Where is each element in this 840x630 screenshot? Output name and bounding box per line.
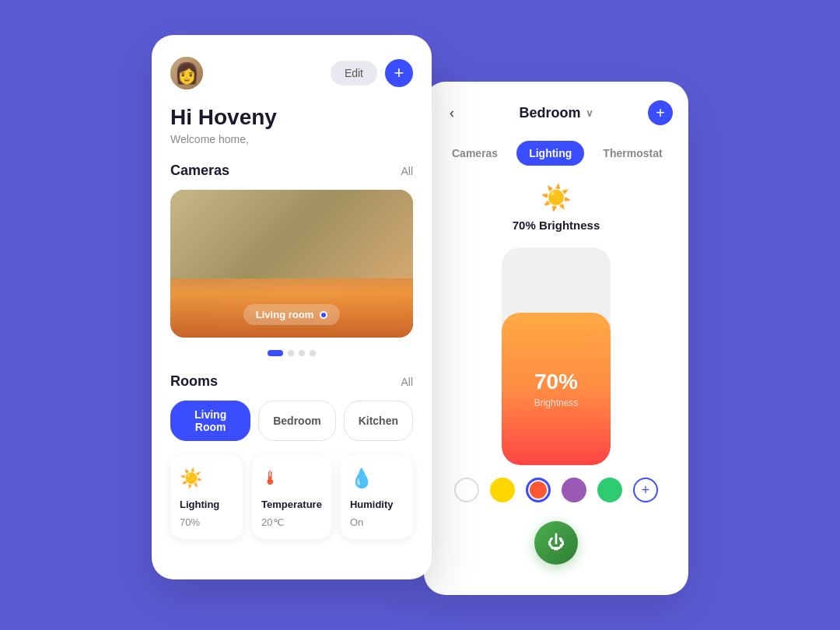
- rooms-section: Rooms All Living Room Bedroom Kitchen: [170, 373, 413, 441]
- power-btn-container: ⏻: [439, 521, 673, 565]
- color-purple[interactable]: [562, 478, 586, 502]
- colors-row: +: [439, 478, 673, 502]
- rooms-section-header: Rooms All: [170, 373, 413, 390]
- header-actions: Edit +: [331, 59, 413, 87]
- rooms-title: Rooms: [170, 373, 218, 390]
- right-header: ‹ Bedroom ∨ +: [439, 100, 673, 125]
- sun-icon: ☀️: [541, 183, 572, 212]
- power-button[interactable]: ⏻: [534, 521, 578, 565]
- cameras-title: Cameras: [170, 163, 229, 179]
- left-header: Edit +: [170, 57, 413, 89]
- brightness-label: 70% Brightness: [513, 219, 600, 232]
- room-name: Bedroom: [519, 105, 580, 121]
- rooms-all-link[interactable]: All: [401, 376, 413, 388]
- dot-4[interactable]: [310, 350, 316, 356]
- tab-lighting[interactable]: Lighting: [516, 141, 584, 166]
- brightness-sublabel: Brightness: [534, 397, 579, 408]
- right-card: ‹ Bedroom ∨ + Cameras Lighting Thermosta…: [424, 82, 688, 595]
- color-yellow[interactable]: [490, 478, 515, 502]
- camera-label: Living room: [243, 304, 340, 325]
- brightness-percent: 70%: [534, 369, 578, 394]
- tab-bedroom[interactable]: Bedroom: [258, 401, 335, 441]
- humidity-name: Humidity: [350, 499, 404, 510]
- temperature-value: 20℃: [261, 516, 322, 528]
- camera-live-dot: [320, 311, 327, 319]
- dot-1[interactable]: [268, 350, 283, 356]
- brightness-section: ☀️ 70% Brightness: [439, 183, 673, 232]
- carousel-dots: [170, 350, 413, 356]
- tab-kitchen[interactable]: Kitchen: [344, 401, 413, 441]
- color-white[interactable]: [454, 478, 479, 502]
- lighting-icon: ☀️: [180, 467, 233, 489]
- cameras-section-header: Cameras All: [170, 163, 413, 179]
- add-home-button[interactable]: +: [385, 59, 413, 87]
- humidity-value: On: [350, 516, 404, 528]
- camera-preview[interactable]: Living room: [170, 190, 413, 338]
- avatar: [170, 57, 203, 89]
- chevron-down-icon: ∨: [586, 107, 593, 119]
- add-color-button[interactable]: +: [633, 478, 658, 502]
- brightness-slider[interactable]: 70% Brightness: [502, 247, 611, 465]
- color-green[interactable]: [597, 478, 622, 502]
- cameras-all-link[interactable]: All: [401, 165, 413, 177]
- device-lighting[interactable]: ☀️ Lighting 70%: [170, 455, 243, 539]
- device-humidity[interactable]: 💧 Humidity On: [341, 455, 413, 539]
- brightness-fill: 70% Brightness: [502, 313, 611, 465]
- left-card: Edit + Hi Hoveny Welcome home, Cameras A…: [152, 35, 432, 579]
- temperature-name: Temperature: [261, 499, 322, 510]
- dot-2[interactable]: [288, 350, 294, 356]
- right-tabs: Cameras Lighting Thermostat: [439, 141, 673, 166]
- humidity-icon: 💧: [350, 467, 404, 489]
- camera-scene: Living room: [170, 190, 413, 338]
- lighting-name: Lighting: [180, 499, 233, 510]
- color-orange[interactable]: [526, 478, 551, 502]
- lighting-value: 70%: [180, 516, 233, 528]
- device-temperature[interactable]: 🌡 Temperature 20℃: [252, 455, 331, 539]
- rooms-tabs: Living Room Bedroom Kitchen: [170, 401, 413, 441]
- devices-grid: ☀️ Lighting 70% 🌡 Temperature 20℃ 💧 Humi…: [170, 455, 413, 539]
- power-icon: ⏻: [548, 533, 565, 553]
- edit-button[interactable]: Edit: [331, 61, 377, 86]
- greeting-subtitle: Welcome home,: [170, 133, 413, 145]
- back-button[interactable]: ‹: [439, 100, 464, 125]
- room-title[interactable]: Bedroom ∨: [519, 105, 593, 121]
- dot-3[interactable]: [299, 350, 305, 356]
- tab-cameras[interactable]: Cameras: [439, 141, 510, 166]
- tab-living-room[interactable]: Living Room: [170, 401, 250, 441]
- greeting-title: Hi Hoveny: [170, 105, 413, 130]
- tab-thermostat[interactable]: Thermostat: [590, 141, 674, 166]
- right-add-button[interactable]: +: [648, 100, 673, 125]
- camera-name: Living room: [256, 309, 313, 320]
- temperature-icon: 🌡: [261, 467, 322, 489]
